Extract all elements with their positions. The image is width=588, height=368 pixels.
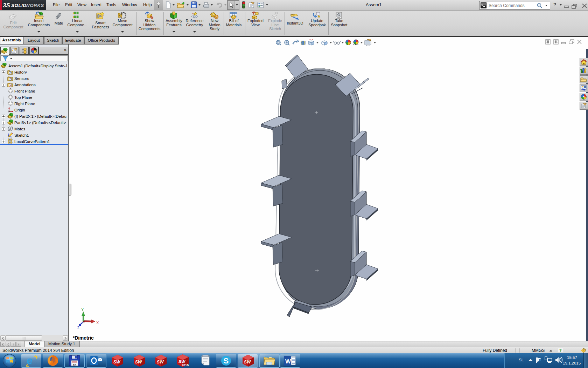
svg-text:SOLID: SOLID xyxy=(11,3,26,8)
svg-text:S: S xyxy=(224,356,229,365)
svg-text:W: W xyxy=(285,358,291,365)
svg-text:64: 64 xyxy=(73,363,76,366)
svg-text:2015: 2015 xyxy=(182,363,189,367)
svg-text:Z: Z xyxy=(77,326,79,329)
svg-text:SW: SW xyxy=(244,360,251,364)
svg-text:WORKS: WORKS xyxy=(25,3,44,8)
svg-text:SW: SW xyxy=(135,360,142,364)
svg-text:SW: SW xyxy=(157,360,164,364)
svg-text:Y: Y xyxy=(81,307,84,312)
svg-text:?: ? xyxy=(559,348,562,353)
svg-text:X: X xyxy=(96,321,99,325)
svg-text:!: ! xyxy=(318,15,319,18)
svg-text:A: A xyxy=(9,84,12,87)
svg-text:SW: SW xyxy=(113,360,121,364)
svg-text:3S: 3S xyxy=(3,2,10,9)
